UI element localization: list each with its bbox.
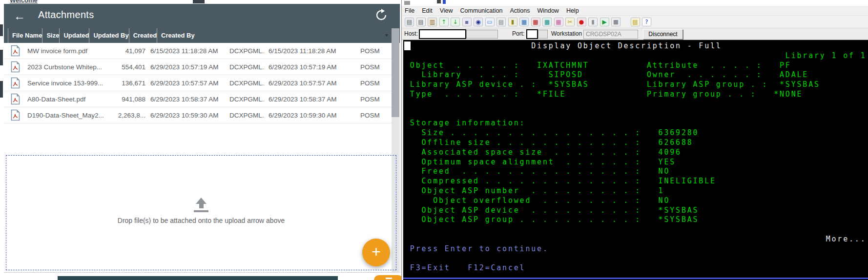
status-separator: [403, 278, 868, 279]
file-dropzone[interactable]: Drop file(s) to be attached onto the upl…: [6, 155, 396, 270]
copy-icon[interactable]: ▤: [416, 18, 426, 26]
terminal-emulator-window: FileEditViewCommunicationActionsWindowHe…: [401, 0, 868, 280]
refresh-icon[interactable]: [375, 9, 389, 22]
table-row[interactable]: D190-Data-Sheet_May2... 2,263,8... 6/29/…: [4, 107, 393, 123]
scrollbar-thumb[interactable]: [392, 28, 399, 117]
terminal-line: Storage information:: [404, 119, 525, 128]
file-created: 6/29/2023 10:59:30 AM: [265, 107, 356, 123]
terminal-line: Type . . . . . . : *FILE Primary group .…: [404, 90, 803, 100]
terminal-line: Object . . . . . : IXATCHMNT Attribute .…: [404, 61, 791, 71]
menu-item[interactable]: Window: [537, 7, 558, 14]
receive-file-icon[interactable]: ↓: [451, 18, 460, 26]
column-menu-icon[interactable]: [385, 34, 389, 37]
terminal-line: Optimum space alignment . . . . . . : YE…: [404, 158, 676, 167]
terminal-line: Compressed . . . . . . . . . . . . . : I…: [404, 177, 716, 186]
pause-macro-icon[interactable]: ▮: [588, 18, 598, 26]
play-macro-icon[interactable]: ▶: [600, 18, 609, 26]
toolbar: ▤▤▥↑↓▪◉▭▤▮▦▦▦▦✂●▮▶■▤?: [402, 15, 868, 28]
sql-icon[interactable]: ▦: [531, 18, 540, 26]
edge-fragment: [0, 81, 3, 98]
window-icon: [404, 1, 410, 5]
host-input-extension[interactable]: [466, 30, 498, 39]
database-icon[interactable]: ▮: [508, 18, 517, 26]
file-table: MW invoice form.pdf 41,097 6/15/2023 11:…: [4, 43, 393, 123]
help-icon[interactable]: ?: [642, 18, 651, 26]
column-header[interactable]: Updated: [59, 28, 89, 43]
back-button[interactable]: ←: [12, 9, 27, 23]
add-attachment-button[interactable]: +: [362, 239, 390, 266]
attachments-panel: ← Attachments File NameSizeUpdatedUpdate…: [4, 4, 400, 273]
disconnect-button[interactable]: Disconnect: [643, 29, 683, 40]
host-label: Host:: [404, 30, 418, 37]
column-header[interactable]: File Name: [8, 28, 42, 43]
terminal-line: More...: [404, 235, 866, 244]
column-header[interactable]: Size: [42, 28, 59, 43]
column-header[interactable]: [4, 28, 8, 43]
window-fragment: [193, 0, 205, 3]
file-updated: 6/29/2023 10:57:57 AM: [146, 75, 226, 91]
screen-settings-icon[interactable]: ▦: [519, 18, 529, 26]
table-row[interactable]: 2023 Curbstone Whitep... 554,401 6/29/20…: [4, 59, 393, 75]
menu-item[interactable]: Communication: [460, 7, 503, 14]
port-input-extension[interactable]: [538, 30, 548, 39]
table-row[interactable]: A80-Data-Sheet.pdf 941,088 6/29/2023 10:…: [4, 91, 393, 107]
terminal-line: Display Object Description - Full: [404, 41, 722, 51]
file-updated-by: DCXPGML...: [226, 59, 265, 75]
terminal-line: Object ASP device . . . . . . . . . : *S…: [404, 206, 699, 216]
file-size: 941,088: [111, 91, 146, 107]
terminal-screen[interactable]: Display Object Description - Full Librar…: [403, 40, 868, 280]
column-header[interactable]: Created By: [157, 28, 195, 43]
send-file-icon[interactable]: ↑: [439, 18, 449, 26]
pdf-file-icon: [4, 107, 23, 123]
table-row[interactable]: MW invoice form.pdf 41,097 6/15/2023 11:…: [4, 43, 393, 59]
file-created-by: POSM: [356, 91, 391, 107]
port-label: Port:: [512, 30, 524, 37]
file-updated: 6/29/2023 10:59:30 AM: [146, 107, 226, 123]
file-created: 6/29/2023 10:57:57 AM: [265, 75, 356, 91]
screen-capture-icon[interactable]: ▦: [542, 18, 552, 26]
save-icon[interactable]: ▪: [462, 18, 472, 26]
terminal-line: Object ASP group . . . . . . . . . . : *…: [404, 215, 699, 225]
menu-item[interactable]: Edit: [422, 7, 433, 14]
file-updated: 6/29/2023 10:58:37 AM: [146, 91, 226, 107]
column-header[interactable]: Created: [129, 28, 157, 43]
record-macro-icon[interactable]: ●: [577, 18, 586, 26]
paste-icon[interactable]: ▥: [428, 18, 437, 26]
file-updated-by: DCXPGML...: [226, 107, 265, 123]
menu-bar: FileEditViewCommunicationActionsWindowHe…: [402, 6, 868, 15]
notes-icon[interactable]: ▤: [631, 18, 640, 26]
copy-screen-icon[interactable]: ▤: [405, 18, 414, 26]
terminal-line: Offline size . . . . . . . . . . . . : 6…: [404, 138, 693, 148]
pages-icon[interactable]: ▤: [496, 18, 506, 26]
welcome-tab-fragment[interactable]: Welcome: [10, 0, 44, 4]
menu-item[interactable]: Actions: [510, 7, 530, 14]
file-created-by: POSM: [356, 75, 391, 91]
terminal-line: Library ASP device . : *SYSBAS Library A…: [404, 80, 820, 90]
stop-macro-icon[interactable]: ■: [611, 18, 620, 26]
title-text-fragment: [443, 0, 446, 4]
terminal-line: Object ASP number . . . . . . . . . : 1: [404, 186, 664, 196]
terminal-line: F3=Exit F12=Cancel: [404, 263, 525, 273]
menu-item[interactable]: View: [440, 7, 453, 14]
table-header: File NameSizeUpdatedUpdated ByCreatedCre…: [4, 28, 393, 43]
new-window-icon[interactable]: ▭: [485, 18, 495, 26]
grid-icon[interactable]: ▦: [554, 18, 563, 26]
table-row[interactable]: Service invoice 153-999... 136,671 6/29/…: [4, 75, 393, 91]
menu-item[interactable]: File: [405, 7, 414, 14]
column-header[interactable]: Updated By: [89, 28, 128, 43]
edit-keys-icon[interactable]: ✂: [565, 18, 575, 26]
file-name: Service invoice 153-999...: [23, 75, 111, 91]
file-name: D190-Data-Sheet_May2...: [23, 107, 111, 123]
bottom-bar-fragment: [58, 276, 338, 280]
port-input[interactable]: [526, 29, 538, 39]
menu-item[interactable]: Help: [566, 7, 579, 14]
file-size: 2,263,8...: [111, 107, 146, 123]
connection-bar: Host: Port: Workstation ID: CRGDSP02A Di…: [402, 28, 868, 40]
hotspots-icon[interactable]: ◉: [474, 18, 483, 26]
host-input[interactable]: [419, 29, 466, 39]
file-created: 6/15/2023 11:18:28 AM: [265, 43, 356, 59]
terminal-line: Library 1 of 1: [404, 51, 866, 61]
file-created: 6/29/2023 10:57:19 AM: [265, 59, 356, 75]
file-created-by: POSM: [356, 59, 391, 75]
workstation-id-field[interactable]: CRGDSP02A: [583, 30, 638, 39]
